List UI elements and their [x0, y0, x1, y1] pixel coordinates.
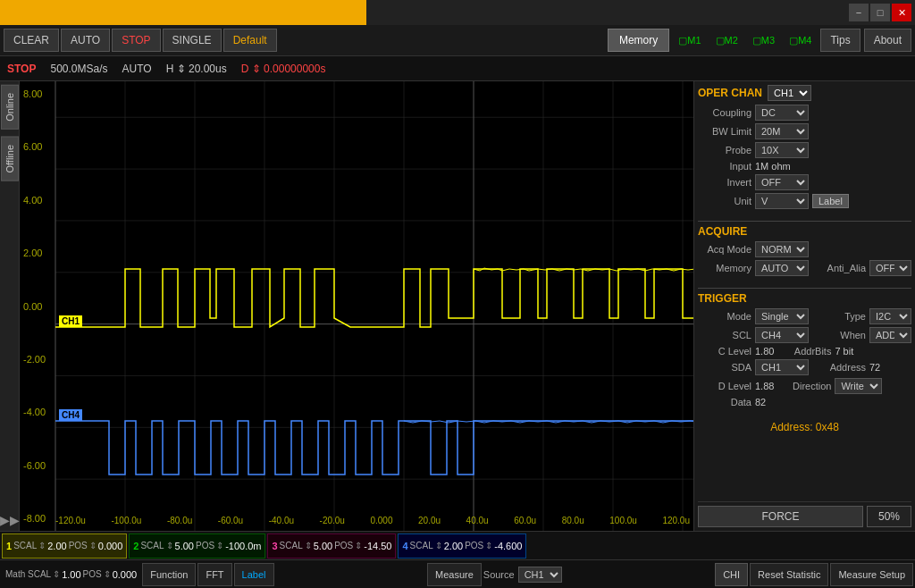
addr-bits-value: 7 bit [835, 346, 853, 357]
x-label-7: 0.000 [370, 516, 392, 525]
d-level-value: 1.88 [755, 381, 774, 391]
anti-alia-select[interactable]: OFFON [869, 260, 911, 276]
online-tab[interactable]: Online [1, 85, 19, 130]
probe-select[interactable]: 10X1X [755, 142, 809, 158]
ch4-scal-up-icon[interactable]: ⇕ [435, 541, 442, 550]
ch4-number: 4 [402, 541, 407, 551]
ch1-pos-label: POS [69, 541, 88, 550]
clear-button[interactable]: CLEAR [4, 29, 59, 52]
acquire-title: ACQUIRE [698, 225, 911, 238]
ch1-pos-value: 0.000 [98, 541, 123, 551]
close-button[interactable]: ✕ [892, 4, 911, 21]
m2-indicator: ▢M2 [710, 35, 743, 46]
ch2-number: 2 [133, 541, 139, 551]
ch3-pos-label: POS [334, 541, 353, 550]
x-label-8: 20.0u [418, 516, 441, 525]
input-row: Input 1M ohm [698, 161, 911, 172]
ch4-waveform [55, 421, 693, 475]
d-label: D ⇕ 0.00000000s [241, 63, 326, 75]
c-level-value: 1.80 [755, 346, 774, 357]
ch3-scal-label: SCAL [280, 541, 303, 550]
ch3-block[interactable]: 3 SCAL ⇕ 5.00 POS ⇕ -14.50 [267, 533, 396, 559]
unit-select[interactable]: VA [755, 193, 809, 209]
fft-button[interactable]: FFT [197, 563, 231, 586]
memory-row: Memory AUTO Anti_Alia OFFON [698, 260, 911, 276]
label-func-button[interactable]: Label [234, 563, 274, 586]
h-label: H ⇕ 20.00us [166, 63, 227, 75]
acq-mode-select[interactable]: NORMPEAKAVG [755, 241, 809, 257]
x-label-3: -80.0u [167, 516, 192, 525]
label-button[interactable]: Label [812, 194, 849, 208]
x-label-10: 60.0u [514, 516, 536, 525]
ch2-pos-value: -100.0m [225, 541, 261, 551]
chi-button[interactable]: CHI [715, 563, 748, 586]
ch2-pos-up-icon[interactable]: ⇕ [216, 541, 223, 550]
oscilloscope-plot[interactable]: 8.00 6.00 4.00 2.00 0.00 -2.00 -4.00 -6.… [20, 81, 693, 531]
invert-row: Invert OFFON [698, 174, 911, 190]
probe-label: Probe [698, 145, 751, 155]
auto-button[interactable]: AUTO [61, 29, 110, 52]
default-button[interactable]: Default [223, 29, 277, 52]
offline-tab[interactable]: Offline [1, 137, 19, 181]
invert-select[interactable]: OFFON [755, 174, 809, 190]
coupling-select[interactable]: DCACGND [755, 105, 809, 121]
source-select[interactable]: CH1CH2CH3CH4 [518, 567, 562, 583]
force-row: FORCE 50% [698, 501, 911, 527]
c-level-label: C Level [698, 346, 751, 357]
d-level-row: D Level 1.88 Direction WriteRead [698, 378, 911, 394]
about-button[interactable]: About [864, 29, 911, 52]
ch1-block[interactable]: 1 SCAL ⇕ 2.00 POS ⇕ 0.000 [2, 533, 127, 559]
m1-indicator: ▢M1 [673, 35, 706, 46]
oper-chan-row: OPER CHAN CH1CH2CH3CH4 [698, 85, 911, 101]
sidebar-arrow-icon[interactable]: ▶▶ [0, 513, 20, 531]
ch3-scal-up-icon[interactable]: ⇕ [305, 541, 312, 550]
reset-statistic-button[interactable]: Reset Statistic [750, 563, 828, 586]
single-button[interactable]: SINGLE [163, 29, 222, 52]
memory-button[interactable]: Memory [608, 29, 669, 52]
ch1-pos-up-icon[interactable]: ⇕ [89, 541, 97, 550]
oper-chan-select[interactable]: CH1CH2CH3CH4 [768, 85, 811, 101]
sda-select[interactable]: CH1CH4 [755, 359, 809, 375]
source-block: Source CH1CH2CH3CH4 [483, 567, 562, 583]
trig-type-select[interactable]: I2CEdge [869, 308, 911, 324]
tips-button[interactable]: Tips [820, 29, 860, 52]
x-label-2: -100.0u [111, 516, 141, 525]
math-pos-arrow-icon[interactable]: ⇕ [104, 569, 111, 579]
scl-select[interactable]: CH4CH1 [755, 327, 809, 343]
ch2-scal-value: 5.00 [175, 541, 194, 551]
x-label-6: -20.0u [320, 516, 345, 525]
when-label: When [812, 330, 866, 340]
measure-button[interactable]: Measure [427, 563, 482, 586]
unit-row: Unit VA Label [698, 193, 911, 209]
maximize-button[interactable]: □ [870, 4, 890, 21]
when-select[interactable]: ADDR [869, 327, 911, 343]
ch4-scal-value: 2.00 [444, 541, 463, 551]
function-button[interactable]: Function [142, 563, 196, 586]
ch1-scal-up-icon[interactable]: ⇕ [38, 541, 46, 550]
math-scal-value: 1.00 [62, 569, 80, 580]
acq-mode: AUTO [122, 63, 152, 75]
math-scal-arrow-icon[interactable]: ⇕ [53, 569, 60, 579]
memory-select[interactable]: AUTO [755, 260, 809, 276]
ch4-pos-up-icon[interactable]: ⇕ [485, 541, 492, 550]
acquire-section: ACQUIRE Acq Mode NORMPEAKAVG Memory AUTO… [698, 225, 911, 279]
stop-indicator: STOP [7, 63, 36, 75]
minimize-button[interactable]: − [849, 4, 869, 21]
direction-label: Direction [777, 381, 831, 391]
trig-mode-select[interactable]: SingleNormalAuto [755, 308, 809, 324]
ch3-pos-up-icon[interactable]: ⇕ [355, 541, 362, 550]
force-button[interactable]: FORCE [698, 506, 863, 527]
direction-select[interactable]: WriteRead [835, 378, 882, 394]
ch4-block[interactable]: 4 SCAL ⇕ 2.00 POS ⇕ -4.600 [398, 533, 526, 559]
oper-chan-title: OPER CHAN [698, 87, 762, 99]
bw-limit-select[interactable]: 20MFull [755, 123, 809, 139]
ch2-block[interactable]: 2 SCAL ⇕ 5.00 POS ⇕ -100.0m [129, 533, 265, 559]
y-label-0: 0.00 [23, 301, 46, 312]
measure-setup-button[interactable]: Measure Setup [830, 563, 913, 586]
stop-button[interactable]: STOP [112, 29, 160, 52]
coupling-row: Coupling DCACGND [698, 105, 911, 121]
ch4-pos-label: POS [465, 541, 483, 550]
acq-mode-label: Acq Mode [698, 244, 751, 255]
m3-indicator: ▢M3 [747, 35, 780, 46]
ch2-scal-up-icon[interactable]: ⇕ [166, 541, 173, 550]
